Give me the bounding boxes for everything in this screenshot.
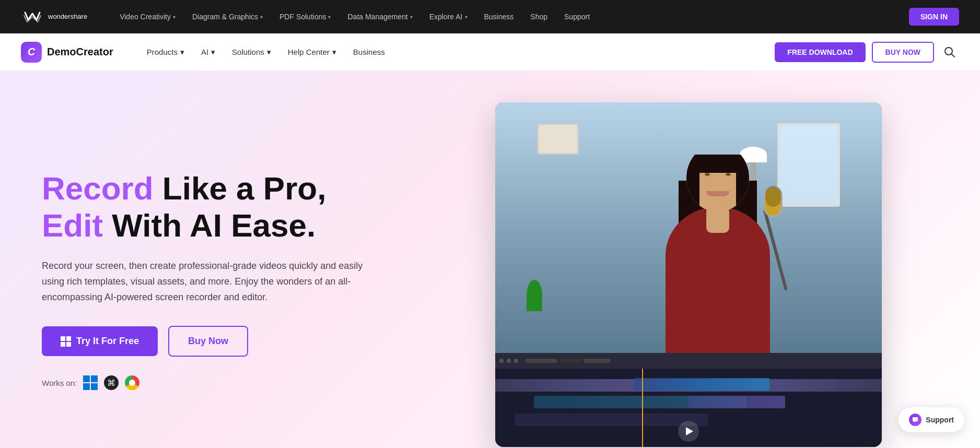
buy-now-hero-button[interactable]: Buy Now [168,326,248,357]
hero-media [428,102,949,447]
product-nav-ai[interactable]: AI ▾ [193,43,224,61]
works-on: Works on: ⌘ [42,375,397,390]
nav-support[interactable]: Support [557,8,597,25]
hero-title: Record Like a Pro, Edit With AI Ease. [42,170,397,244]
video-editor-panel [495,353,882,447]
try-free-button[interactable]: Try It For Free [42,326,158,356]
buy-now-button[interactable]: BUY NOW [872,42,934,63]
product-nav-solutions[interactable]: Solutions ▾ [224,43,279,61]
chevron-down-icon: ▾ [267,48,271,57]
hero-title-record: Record [42,170,154,206]
support-button[interactable]: Support [899,407,964,432]
video-preview [495,102,882,353]
nav-business[interactable]: Business [477,8,521,25]
top-nav-links: Video Creativity ▾ Diagram & Graphics ▾ … [112,8,909,25]
nav-diagram-graphics[interactable]: Diagram & Graphics ▾ [185,8,270,25]
product-nav-help-center[interactable]: Help Center ▾ [279,43,345,61]
top-navigation: wondershare Video Creativity ▾ Diagram &… [0,0,980,33]
democreator-logo[interactable]: DemoCreator [21,42,113,63]
free-download-button[interactable]: FREE DOWNLOAD [775,42,865,62]
windows-logo-icon [61,336,71,347]
product-nav-links: Products ▾ AI ▾ Solutions ▾ Help Center … [138,43,775,61]
hero-title-part2: Like a Pro, [154,170,326,206]
hero-section: Record Like a Pro, Edit With AI Ease. Re… [0,71,980,448]
hero-buttons: Try It For Free Buy Now [42,326,397,357]
chevron-down-icon: ▾ [328,14,331,20]
chevron-down-icon: ▾ [260,14,263,20]
chevron-down-icon: ▾ [173,14,176,20]
hero-title-part4: With AI Ease. [103,207,316,243]
top-nav-right: SIGN IN [909,8,959,26]
nav-data-management[interactable]: Data Management ▾ [340,8,419,25]
product-nav-right: FREE DOWNLOAD BUY NOW [775,42,959,63]
chevron-down-icon: ▾ [180,48,184,57]
chevron-down-icon: ▾ [211,48,215,57]
support-label: Support [926,416,954,424]
search-icon [944,46,955,58]
product-nav-products[interactable]: Products ▾ [138,43,193,61]
ws-logo-icon [21,5,44,28]
chevron-down-icon: ▾ [465,14,468,20]
windows-icon [83,375,98,390]
macos-icon: ⌘ [104,375,119,390]
hero-description: Record your screen, then create professi… [42,258,366,305]
signin-button[interactable]: SIGN IN [909,8,959,26]
toolbar-dot [507,359,511,363]
chat-bubble-icon [912,416,919,423]
wondershare-logo[interactable]: wondershare [21,5,87,28]
hero-title-edit: Edit [42,207,103,243]
chat-icon [909,414,921,426]
toolbar-dot [499,359,504,363]
toolbar-dot [514,359,518,363]
chevron-down-icon: ▾ [410,14,413,20]
democreator-icon [21,42,42,63]
chrome-icon [125,375,139,390]
play-button[interactable] [678,421,699,442]
svg-line-1 [951,54,954,57]
nav-shop[interactable]: Shop [523,8,555,25]
hero-video [495,102,882,447]
editor-timeline [495,369,882,447]
chevron-down-icon: ▾ [332,48,336,57]
brand-name: wondershare [48,13,87,21]
nav-explore-ai[interactable]: Explore AI ▾ [422,8,475,25]
product-navigation: DemoCreator Products ▾ AI ▾ Solutions ▾ … [0,33,980,71]
nav-video-creativity[interactable]: Video Creativity ▾ [112,8,183,25]
hero-content: Record Like a Pro, Edit With AI Ease. Re… [42,102,397,447]
editor-toolbar [495,353,882,369]
product-name: DemoCreator [47,46,113,58]
nav-pdf-solutions[interactable]: PDF Solutions ▾ [272,8,338,25]
product-nav-business[interactable]: Business [345,43,393,61]
search-button[interactable] [940,43,959,62]
